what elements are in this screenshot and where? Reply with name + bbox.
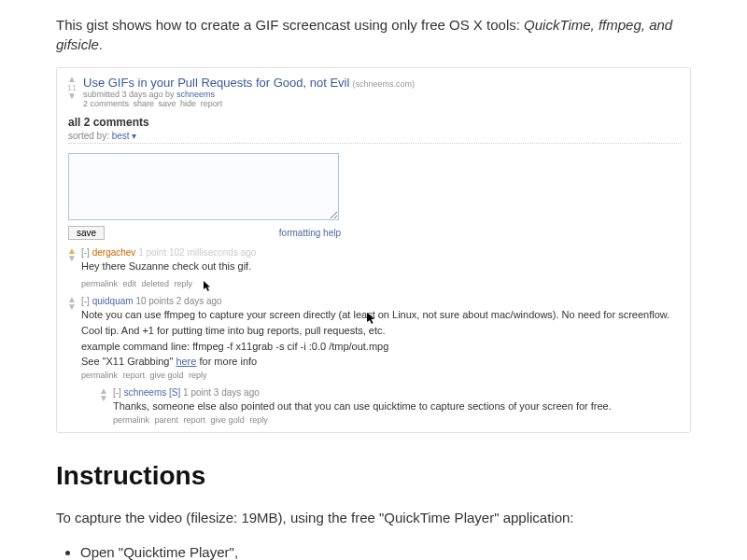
hide-link[interactable]: hide: [180, 99, 196, 108]
comment-text: See "X11 Grabbing" here for more info: [81, 355, 681, 369]
comment-text: Note you can use ffmpeg to capture your …: [81, 308, 681, 322]
downvote-icon[interactable]: ▼: [99, 395, 108, 402]
reddit-screenshot: ▲ 11 ▼ Use GIFs in your Pull Requests fo…: [56, 67, 691, 433]
givegold-link[interactable]: give gold: [211, 415, 245, 425]
givegold-link[interactable]: give gold: [150, 371, 184, 380]
report-link[interactable]: report: [123, 371, 146, 380]
reply-link[interactable]: reply: [249, 415, 268, 425]
vote-arrows: ▲ ▼: [98, 387, 109, 425]
list-item: Open "Quicktime Player",: [80, 539, 691, 560]
comment-meta: 1 point 3 days ago: [183, 387, 260, 398]
comment-author[interactable]: dergachev: [92, 247, 136, 258]
formatting-help-link[interactable]: formatting help: [279, 228, 341, 238]
capture-intro: To capture the video (filesize: 19MB), u…: [56, 508, 691, 528]
post-domain: (schneems.com): [352, 79, 415, 89]
instructions-heading: Instructions: [56, 461, 691, 491]
submitted-meta: submitted 3 days ago by: [83, 90, 176, 99]
comment-text: example command line: ffmpeg -f x11grab …: [81, 340, 681, 354]
collapse-toggle[interactable]: [-]: [81, 247, 90, 258]
reply-link[interactable]: reply: [189, 371, 207, 380]
comments-link[interactable]: 2 comments: [83, 99, 129, 108]
permalink[interactable]: permalink: [113, 415, 149, 425]
deleted-link[interactable]: deleted: [142, 279, 170, 288]
parent-link[interactable]: parent: [155, 415, 179, 425]
report-link[interactable]: report: [201, 99, 223, 108]
intro-text: This gist shows how to create a GIF scre…: [56, 15, 691, 54]
comment-meta: 1 point 102 milliseconds ago: [138, 247, 256, 258]
permalink[interactable]: permalink: [81, 279, 118, 288]
upvote-icon[interactable]: ▲: [67, 76, 77, 83]
here-link[interactable]: here: [176, 356, 196, 367]
comment-textarea[interactable]: [68, 153, 339, 220]
collapse-toggle[interactable]: [-]: [113, 387, 121, 398]
comment-text: Hey there Suzanne check out this gif.: [81, 259, 681, 273]
op-badge: [S]: [169, 387, 180, 398]
reply-cursor-icon: [204, 281, 213, 294]
collapse-toggle[interactable]: [-]: [81, 296, 90, 306]
sort-selector[interactable]: sorted by: best ▾: [68, 131, 681, 144]
post-author[interactable]: schneems: [176, 90, 215, 99]
vote-arrows: ▲ ▼: [66, 247, 78, 288]
reply-link[interactable]: reply: [175, 279, 193, 288]
downvote-icon[interactable]: ▼: [67, 255, 77, 262]
comment-text: Thanks, someone else also pointed out th…: [113, 399, 681, 413]
share-link[interactable]: share: [134, 99, 155, 108]
save-button[interactable]: save: [68, 226, 105, 240]
comment-author[interactable]: quidquam: [92, 296, 134, 306]
permalink[interactable]: permalink: [81, 371, 118, 380]
downvote-icon[interactable]: ▼: [67, 303, 77, 311]
comment-author[interactable]: schneems: [124, 387, 167, 398]
save-link[interactable]: save: [159, 99, 176, 108]
vote-arrows: ▲ ▼: [66, 296, 78, 425]
mouse-cursor-icon: [367, 313, 377, 328]
post-title[interactable]: Use GIFs in your Pull Requests for Good,…: [83, 76, 349, 90]
all-comments-header: all 2 comments: [68, 116, 681, 129]
instruction-list: Open "Quicktime Player", Go to File -> N…: [80, 539, 691, 560]
report-link[interactable]: report: [184, 415, 206, 425]
comment-meta: 10 points 2 days ago: [135, 296, 221, 306]
vote-arrows: ▲ 11 ▼: [66, 76, 78, 100]
comment-text: Cool tip. And +1 for putting time into b…: [81, 324, 681, 338]
downvote-icon[interactable]: ▼: [67, 92, 77, 100]
edit-link[interactable]: edit: [123, 279, 137, 288]
